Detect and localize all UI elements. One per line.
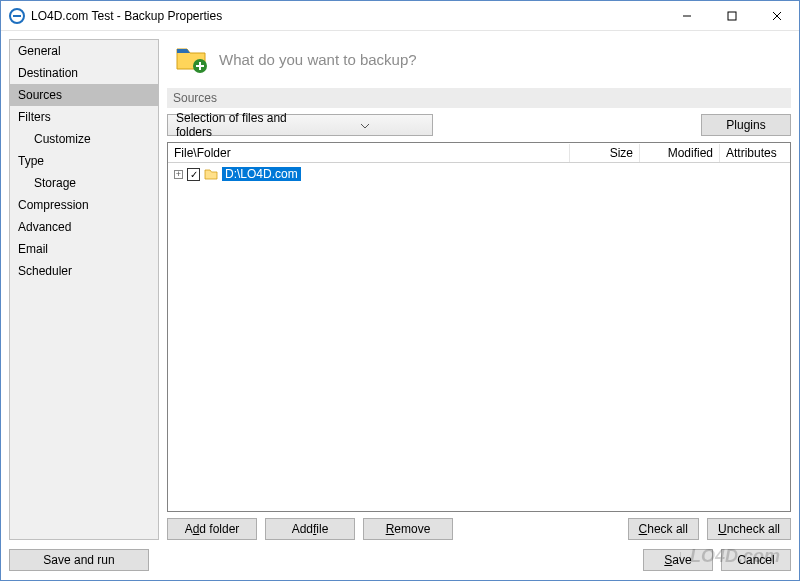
checkbox[interactable]: ✓: [187, 168, 200, 181]
maximize-button[interactable]: [709, 1, 754, 30]
close-button[interactable]: [754, 1, 799, 30]
folder-add-icon: [175, 43, 209, 76]
plugins-button[interactable]: Plugins: [701, 114, 791, 136]
sidebar: GeneralDestinationSourcesFiltersCustomiz…: [9, 39, 159, 540]
sidebar-item-sources[interactable]: Sources: [10, 84, 158, 106]
col-size[interactable]: Size: [570, 144, 640, 162]
file-list: File\Folder Size Modified Attributes +✓D…: [167, 142, 791, 512]
action-row: Add folder Add file Remove Check all Unc…: [167, 518, 791, 540]
section-label: Sources: [167, 88, 791, 108]
body: GeneralDestinationSourcesFiltersCustomiz…: [1, 31, 799, 548]
sidebar-item-scheduler[interactable]: Scheduler: [10, 260, 158, 282]
sidebar-item-advanced[interactable]: Advanced: [10, 216, 158, 238]
source-type-dropdown[interactable]: Selection of files and folders: [167, 114, 433, 136]
header-row: What do you want to backup?: [167, 39, 791, 86]
sidebar-item-destination[interactable]: Destination: [10, 62, 158, 84]
svg-rect-3: [728, 12, 736, 20]
sidebar-item-filters[interactable]: Filters: [10, 106, 158, 128]
titlebar: LO4D.com Test - Backup Properties: [1, 1, 799, 31]
minimize-button[interactable]: [664, 1, 709, 30]
file-list-body[interactable]: +✓D:\LO4D.com: [168, 163, 790, 511]
dropdown-value: Selection of files and folders: [176, 111, 302, 139]
sidebar-list: GeneralDestinationSourcesFiltersCustomiz…: [10, 40, 158, 539]
cancel-button[interactable]: Cancel: [721, 549, 791, 571]
sidebar-item-customize[interactable]: Customize: [10, 128, 158, 150]
add-file-button[interactable]: Add file: [265, 518, 355, 540]
save-and-run-button[interactable]: Save and run: [9, 549, 149, 571]
expand-icon[interactable]: +: [174, 170, 183, 179]
col-modified[interactable]: Modified: [640, 144, 720, 162]
sidebar-item-storage[interactable]: Storage: [10, 172, 158, 194]
sidebar-item-type[interactable]: Type: [10, 150, 158, 172]
titlebar-controls: [664, 1, 799, 30]
svg-rect-1: [13, 15, 21, 17]
add-folder-button[interactable]: Add folder: [167, 518, 257, 540]
file-row[interactable]: +✓D:\LO4D.com: [168, 165, 790, 183]
window-title: LO4D.com Test - Backup Properties: [31, 9, 664, 23]
remove-button[interactable]: Remove: [363, 518, 453, 540]
save-button[interactable]: Save: [643, 549, 713, 571]
col-file-folder[interactable]: File\Folder: [168, 144, 570, 162]
selector-row: Selection of files and folders Plugins: [167, 114, 791, 136]
main-panel: What do you want to backup? Sources Sele…: [167, 39, 791, 540]
prompt-text: What do you want to backup?: [219, 51, 417, 68]
chevron-down-icon: [302, 118, 428, 132]
app-icon: [9, 8, 25, 24]
file-list-header: File\Folder Size Modified Attributes: [168, 143, 790, 163]
footer: Save and run Save Cancel: [1, 548, 799, 580]
sidebar-item-email[interactable]: Email: [10, 238, 158, 260]
sidebar-item-general[interactable]: General: [10, 40, 158, 62]
folder-icon: [204, 167, 218, 181]
file-row-label: D:\LO4D.com: [222, 167, 301, 181]
uncheck-all-button[interactable]: Uncheck all: [707, 518, 791, 540]
backup-properties-window: LO4D.com Test - Backup Properties Genera…: [0, 0, 800, 581]
sidebar-item-compression[interactable]: Compression: [10, 194, 158, 216]
col-attributes[interactable]: Attributes: [720, 144, 790, 162]
check-all-button[interactable]: Check all: [628, 518, 699, 540]
